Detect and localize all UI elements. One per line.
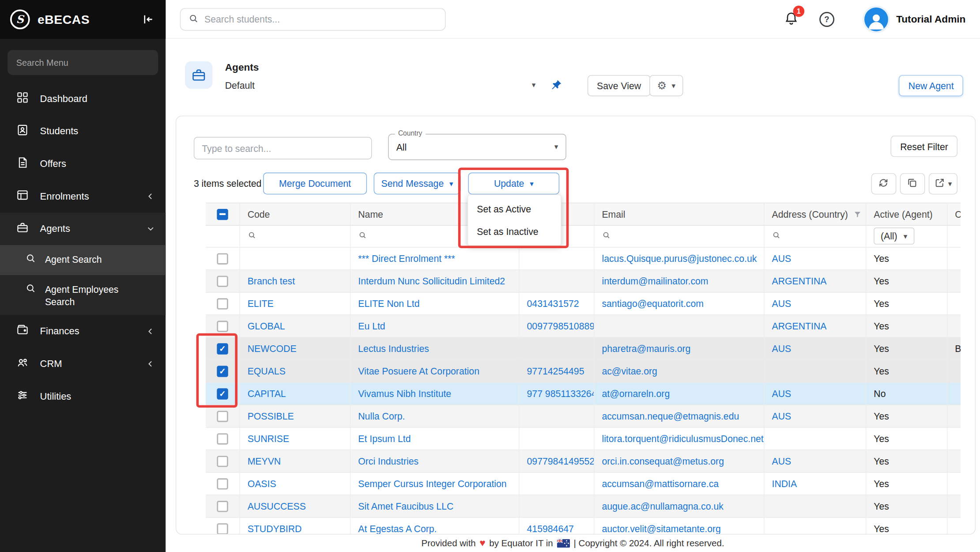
merge-document-button[interactable]: Merge Document	[263, 173, 367, 195]
sidebar-item-finances[interactable]: Finances	[0, 315, 166, 348]
name-link[interactable]: Lectus Industries	[358, 343, 429, 354]
code-link[interactable]: MEYVN	[248, 456, 281, 466]
sidebar-item-students[interactable]: Students	[0, 115, 166, 148]
sidebar-item-dashboard[interactable]: Dashboard	[0, 83, 166, 115]
country-link[interactable]: INDIA	[772, 478, 797, 489]
code-link[interactable]: OASIS	[248, 478, 276, 489]
filter-cell-country[interactable]	[765, 225, 867, 248]
email-link[interactable]: interdum@mailinator.com	[602, 276, 708, 286]
sidebar-item-crm[interactable]: CRM	[0, 348, 166, 380]
row-checkbox[interactable]	[217, 343, 228, 354]
phone-link[interactable]: 009779851088964	[527, 321, 595, 331]
code-link[interactable]: SUNRISE	[248, 433, 289, 444]
update-button[interactable]: Update ▾	[468, 173, 559, 195]
email-link[interactable]: ac@vitae.org	[602, 366, 657, 376]
name-link[interactable]: Nulla Corp.	[358, 411, 405, 421]
help-button[interactable]: ?	[819, 11, 834, 26]
view-settings-button[interactable]: ⚙ ▾	[649, 75, 683, 96]
column-header-extra[interactable]: C	[947, 203, 961, 226]
email-link[interactable]: accumsan.neque@etmagnis.edu	[602, 411, 739, 421]
email-link[interactable]: pharetra@mauris.org	[602, 343, 690, 354]
code-link[interactable]: ELITE	[248, 298, 274, 309]
email-link[interactable]: augue.ac@nullamagna.co.uk	[602, 501, 723, 511]
name-link[interactable]: Eu Ltd	[358, 321, 385, 331]
row-checkbox[interactable]	[217, 433, 228, 444]
column-header-active[interactable]: Active (Agent)	[866, 203, 947, 226]
code-link[interactable]: AUSUCCESS	[248, 501, 306, 511]
name-link[interactable]: Interdum Nunc Sollicitudin Limited2	[358, 276, 505, 286]
table-search-input[interactable]	[194, 137, 372, 159]
code-link[interactable]: EQUALS	[248, 366, 286, 376]
name-link[interactable]: Orci Industries	[358, 456, 418, 466]
phone-link[interactable]: 97714254495	[527, 366, 584, 376]
name-link[interactable]: *** Direct Enrolment ***	[358, 253, 455, 264]
row-checkbox[interactable]	[217, 388, 228, 399]
email-link[interactable]: auctor.velit@sitametante.org	[602, 523, 720, 534]
code-link[interactable]: NEWCODE	[248, 343, 297, 354]
email-link[interactable]: litora.torquent@ridiculusmusDonec.net	[602, 433, 763, 444]
row-checkbox[interactable]	[217, 410, 228, 421]
phone-link[interactable]: 09779841495529	[527, 456, 595, 466]
country-link[interactable]: AUS	[772, 253, 792, 264]
column-header-email[interactable]: Email	[594, 203, 764, 226]
code-link[interactable]: CAPITAL	[248, 388, 286, 399]
filter-cell-code[interactable]	[240, 225, 351, 248]
pin-view-button[interactable]	[548, 78, 565, 94]
view-selector[interactable]: Default ▾	[225, 76, 536, 94]
column-header-code[interactable]: Code	[240, 203, 351, 226]
row-checkbox[interactable]	[217, 298, 228, 309]
sidebar-item-offers[interactable]: Offers	[0, 147, 166, 180]
sidebar-item-utilities[interactable]: Utilities	[0, 380, 166, 413]
name-link[interactable]: Sit Amet Faucibus LLC	[358, 501, 453, 511]
row-checkbox[interactable]	[217, 523, 228, 534]
country-link[interactable]: AUS	[772, 298, 792, 309]
code-link[interactable]: POSSIBLE	[248, 411, 294, 421]
country-link[interactable]: AUS	[772, 456, 792, 466]
avatar[interactable]	[864, 7, 888, 31]
country-link[interactable]: AUS	[772, 388, 792, 399]
name-link[interactable]: At Egestas A Corp.	[358, 523, 437, 534]
refresh-button[interactable]	[871, 173, 897, 194]
email-link[interactable]: at@ornareln.org	[602, 388, 670, 399]
filter-cell-email[interactable]	[594, 225, 764, 248]
phone-link[interactable]: 415984647	[527, 523, 574, 534]
country-link[interactable]: ARGENTINA	[772, 276, 827, 286]
new-agent-button[interactable]: New Agent	[899, 75, 963, 96]
send-message-button[interactable]: Send Message ▾	[374, 173, 461, 195]
active-filter-select[interactable]: (All) ▾	[874, 227, 914, 244]
code-link[interactable]: STUDYBIRD	[248, 523, 302, 534]
name-link[interactable]: Semper Cursus Integer Corporation	[358, 478, 506, 489]
name-link[interactable]: Vivamus Nibh Institute	[358, 388, 451, 399]
reset-filter-button[interactable]: Reset Filter	[891, 136, 957, 157]
sidebar-collapse-icon[interactable]	[139, 11, 157, 28]
export-button[interactable]: ▾	[929, 173, 957, 194]
name-link[interactable]: ELITE Non Ltd	[358, 298, 419, 309]
email-link[interactable]: lacus.Quisque.purus@justonec.co.uk	[602, 253, 757, 264]
country-link[interactable]: ARGENTINA	[772, 321, 827, 331]
country-link[interactable]: AUS	[772, 411, 792, 421]
row-checkbox[interactable]	[217, 276, 228, 287]
sidebar-item-enrolments[interactable]: Enrolments	[0, 180, 166, 213]
notifications-button[interactable]: 1	[780, 8, 802, 30]
phone-link[interactable]: 977 9851133264	[527, 388, 595, 399]
email-link[interactable]: orci.in.consequat@metus.org	[602, 456, 724, 466]
select-all-checkbox[interactable]	[217, 208, 228, 219]
name-link[interactable]: Et Ipsum Ltd	[358, 433, 411, 444]
menu-item-set-as-active[interactable]: Set as Active	[468, 197, 561, 220]
email-link[interactable]: santiago@equatorit.com	[602, 298, 704, 309]
row-checkbox[interactable]	[217, 366, 228, 377]
sidebar-item-agent-employees-search[interactable]: Agent Employees Search	[0, 275, 166, 315]
row-checkbox[interactable]	[217, 500, 228, 511]
row-checkbox[interactable]	[217, 321, 228, 332]
save-view-button[interactable]: Save View	[588, 75, 650, 96]
sidebar-item-agents[interactable]: Agents	[0, 212, 166, 245]
menu-item-set-as-inactive[interactable]: Set as Inactive	[468, 220, 561, 242]
country-filter-select[interactable]: Country All ▾	[388, 134, 566, 160]
column-header-country[interactable]: Address (Country)	[765, 203, 867, 226]
code-link[interactable]: Branch test	[248, 276, 295, 286]
sidebar-item-agent-search[interactable]: Agent Search	[0, 245, 166, 275]
name-link[interactable]: Vitae Posuere At Corporation	[358, 366, 479, 376]
filter-funnel-icon[interactable]	[853, 210, 862, 219]
copy-button[interactable]	[900, 173, 925, 194]
country-link[interactable]: AUS	[772, 343, 792, 354]
